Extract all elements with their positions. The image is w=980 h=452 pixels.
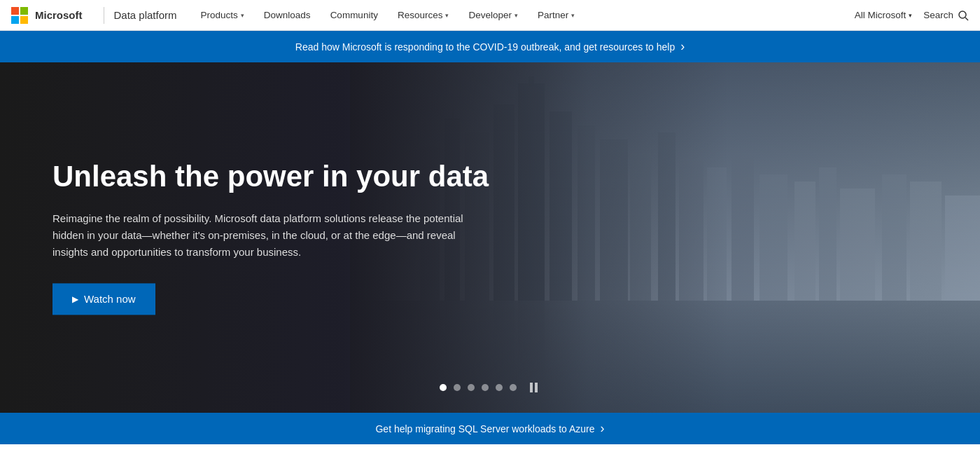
developer-chevron-icon: ▾	[514, 12, 518, 19]
pause-bar-left	[530, 383, 533, 392]
carousel-dot-5[interactable]	[496, 384, 503, 391]
logo-red	[11, 7, 19, 15]
watch-now-button[interactable]: ▶ Watch now	[52, 284, 155, 315]
carousel-dot-6[interactable]	[510, 384, 517, 391]
nav-resources[interactable]: Resources ▾	[388, 0, 459, 31]
carousel-dot-2[interactable]	[454, 384, 461, 391]
logo-green	[20, 7, 28, 15]
carousel-dot-1[interactable]	[440, 384, 447, 391]
nav-developer[interactable]: Developer ▾	[458, 0, 528, 31]
nav-partner[interactable]: Partner ▾	[528, 0, 584, 31]
hero-description: Reimagine the realm of possibility. Micr…	[52, 211, 472, 261]
logo-yellow	[20, 16, 28, 24]
logo-blue	[11, 16, 19, 24]
search-button[interactable]: Search	[923, 10, 969, 21]
hero-content: Unleash the power in your data Reimagine…	[52, 160, 489, 315]
products-chevron-icon: ▾	[241, 12, 244, 19]
search-icon	[958, 10, 969, 21]
covid-banner-chevron-icon: ›	[680, 39, 685, 54]
carousel-dot-3[interactable]	[468, 384, 475, 391]
carousel-dot-4[interactable]	[482, 384, 489, 391]
nav-divider	[104, 7, 104, 24]
covid-banner[interactable]: Read how Microsoft is responding to the …	[0, 31, 980, 62]
nav-products[interactable]: Products ▾	[191, 0, 254, 31]
svg-point-0	[959, 11, 966, 18]
play-icon: ▶	[72, 294, 78, 304]
hero-title: Unleash the power in your data	[52, 160, 489, 193]
carousel-pause-button[interactable]	[526, 382, 540, 393]
logo-area: Microsoft	[11, 7, 83, 24]
main-nav: Microsoft Data platform Products ▾ Downl…	[0, 0, 980, 31]
hero-section: Unleash the power in your data Reimagine…	[0, 62, 980, 413]
microsoft-wordmark[interactable]: Microsoft	[35, 9, 83, 21]
partner-chevron-icon: ▾	[571, 12, 575, 19]
nav-downloads[interactable]: Downloads	[254, 0, 321, 31]
nav-community[interactable]: Community	[321, 0, 388, 31]
all-microsoft-chevron-icon: ▾	[909, 12, 912, 19]
bottom-banner-chevron-icon: ›	[601, 421, 605, 436]
nav-right: All Microsoft ▾ Search	[855, 10, 969, 21]
section-title: Data platform	[114, 9, 177, 21]
microsoft-logo	[11, 7, 28, 24]
all-microsoft-menu[interactable]: All Microsoft ▾	[855, 10, 913, 20]
nav-links: Products ▾ Downloads Community Resources…	[191, 0, 855, 31]
pause-bar-right	[535, 383, 538, 392]
resources-chevron-icon: ▾	[445, 12, 449, 19]
carousel-dots	[440, 382, 540, 393]
bottom-banner[interactable]: Get help migrating SQL Server workloads …	[0, 413, 980, 444]
svg-line-1	[965, 18, 968, 20]
